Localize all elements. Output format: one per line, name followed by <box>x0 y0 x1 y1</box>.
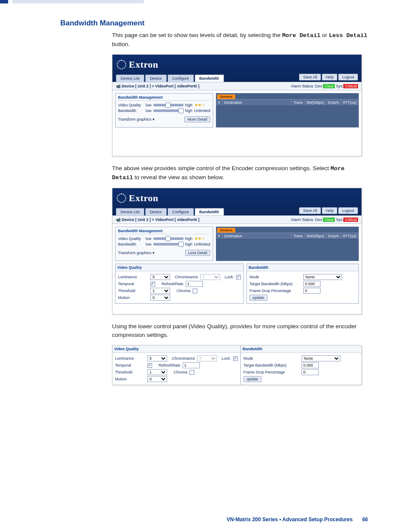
lock-checkbox[interactable] <box>233 356 238 361</box>
screenshot-simple-view: Extron Device List Device Configure Band… <box>112 54 362 156</box>
alarm-status: Alarm Status: Dev:Clear Sys:Critical <box>291 84 358 88</box>
more-detail-button[interactable]: More Detail <box>184 116 210 122</box>
tab-device[interactable]: Device <box>145 75 167 82</box>
bw-panel-title: Bandwidth Management <box>118 95 210 101</box>
mode-select[interactable]: None <box>303 274 342 280</box>
chroma-checkbox[interactable] <box>190 370 194 375</box>
tab-device[interactable]: Device <box>145 208 167 215</box>
chrominance-select[interactable]: 7 <box>197 355 217 361</box>
brand-text: Extron <box>129 193 159 204</box>
vq-label: Video Quality <box>118 103 144 107</box>
frame-drop-input[interactable] <box>303 288 321 294</box>
tab-bandwidth[interactable]: Bandwidth <box>195 208 224 215</box>
help-button[interactable]: Help <box>322 207 338 214</box>
save-all-button[interactable]: Save All <box>299 207 321 214</box>
page-footer: VN-Matrix 200 Series • Advanced Setup Pr… <box>227 516 368 523</box>
luminance-select[interactable]: 5 <box>150 274 170 280</box>
help-button[interactable]: Help <box>322 74 338 81</box>
star-rating-icon: ★★☆ <box>194 236 205 241</box>
update-button[interactable]: update <box>243 376 262 382</box>
bw-subpanel-title: Bandwidth <box>241 345 361 353</box>
target-bw-input[interactable] <box>302 362 319 368</box>
top-stripe <box>0 0 411 3</box>
mid-paragraph: The above view provides simple control o… <box>112 164 368 182</box>
motion-select[interactable]: 0 <box>147 376 167 382</box>
save-all-button[interactable]: Save All <box>299 74 321 81</box>
lower-paragraph: Using the lower control panel (Video Qua… <box>112 322 368 339</box>
mode-select[interactable]: None <box>302 355 340 361</box>
section-heading: Bandwidth Management <box>60 19 368 28</box>
brand-icon <box>117 60 126 69</box>
streams-header: # Destination Trans BW(Mbps) Drop% RTT(u… <box>216 233 358 240</box>
motion-select[interactable]: 0 <box>150 295 170 301</box>
star-rating-icon: ★★☆ <box>194 103 205 107</box>
streams-header: # Destination Trans BW(Mbps) Drop% RTT(u… <box>216 99 358 106</box>
vq-slider[interactable] <box>153 237 184 240</box>
bw-slider[interactable] <box>153 109 184 112</box>
threshold-select[interactable]: 1 <box>150 288 170 294</box>
temporal-checkbox[interactable] <box>150 282 155 286</box>
transform-select[interactable]: graphics ▾ <box>137 251 155 255</box>
luminance-select[interactable]: 5 <box>147 355 167 361</box>
lock-checkbox[interactable] <box>236 275 241 280</box>
tab-device-list[interactable]: Device List <box>116 75 144 82</box>
transform-select[interactable]: graphics ▾ <box>137 117 155 121</box>
tab-device-list[interactable]: Device List <box>116 208 144 215</box>
update-button[interactable]: update <box>249 295 268 301</box>
temporal-checkbox[interactable] <box>147 363 152 368</box>
unlimited-label: Unlimited <box>194 109 211 113</box>
tab-configure[interactable]: Configure <box>168 75 194 82</box>
vq-subpanel-title: Video Quality <box>115 264 243 271</box>
refreshrate-input[interactable] <box>183 362 200 368</box>
bw-subpanel-title: Bandwidth <box>247 264 358 271</box>
bw-panel-title: Bandwidth Management <box>118 229 210 234</box>
alarm-status: Alarm Status: Dev:Clear Sys:Critical <box>291 218 358 222</box>
frame-drop-input[interactable] <box>302 369 319 375</box>
tab-configure[interactable]: Configure <box>168 208 194 215</box>
refreshrate-input[interactable] <box>186 281 203 287</box>
breadcrumb: 📹 Device [ Unit 2 ] > VideoPort [ videoP… <box>116 218 199 222</box>
chroma-checkbox[interactable] <box>193 289 197 293</box>
bw-slider[interactable] <box>153 243 184 246</box>
bw-label: Bandwidth <box>118 109 144 113</box>
logout-button[interactable]: Logout <box>338 207 358 214</box>
vq-subpanel-title: Video Quality <box>112 345 240 353</box>
tab-bandwidth[interactable]: Bandwidth <box>195 75 224 82</box>
streams-tab[interactable]: Streams <box>217 228 235 233</box>
screenshot-panels-closeup: Video Quality Luminance 5 Chrominance 7 … <box>112 345 362 385</box>
screenshot-detail-view: Extron Device List Device Configure Band… <box>112 188 362 314</box>
threshold-select[interactable]: 1 <box>147 369 167 375</box>
brand-icon <box>117 193 126 203</box>
vq-slider[interactable] <box>153 104 184 106</box>
chrominance-select[interactable]: 7 <box>200 274 220 280</box>
target-bw-input[interactable] <box>303 281 321 287</box>
logout-button[interactable]: Logout <box>338 74 358 81</box>
intro-paragraph: This page can be set to show two levels … <box>112 31 368 48</box>
streams-tab[interactable]: Streams <box>217 94 235 99</box>
breadcrumb: 📹 Device [ Unit 2 ] > VideoPort [ videoP… <box>116 84 199 88</box>
brand-text: Extron <box>129 59 159 70</box>
less-detail-button[interactable]: Less Detail <box>185 250 211 256</box>
transform-label: Transform <box>118 117 136 121</box>
